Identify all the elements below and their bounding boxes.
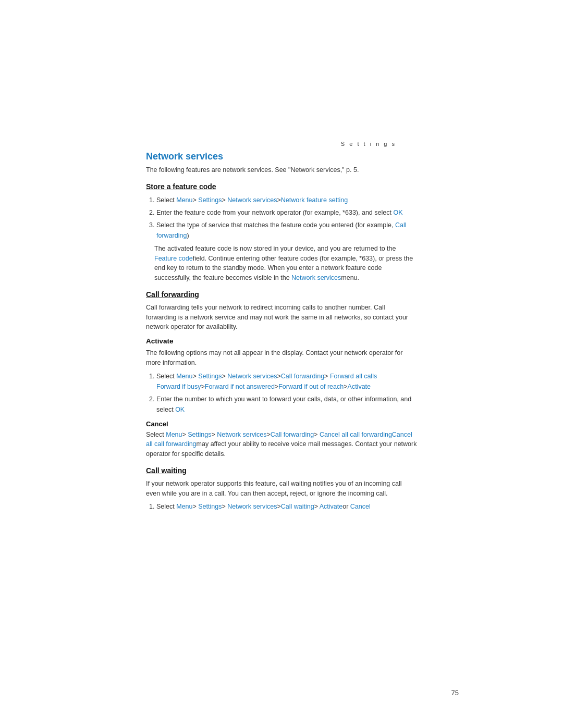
feature-code-link: Feature code xyxy=(154,255,193,262)
call-waiting-heading: Call waiting xyxy=(146,466,417,475)
network-feature-setting-link: Network feature setting xyxy=(281,196,348,204)
menu-link-4: Menu xyxy=(176,503,192,510)
settings-link-4: Settings xyxy=(198,503,222,510)
cancel-text: Select Menu> Settings> Network services>… xyxy=(146,430,417,459)
store-feature-code-list: Select Menu> Settings> Network services>… xyxy=(146,195,417,241)
store-step-3: Select the type of service that matches … xyxy=(156,220,417,241)
call-forwarding-link-3: Call forwarding xyxy=(271,431,314,438)
activate-subheading: Activate xyxy=(146,337,417,345)
store-feature-code-section: Store a feature code Select Menu> Settin… xyxy=(146,182,417,283)
settings-link-3: Settings xyxy=(188,431,211,438)
store-step-1: Select Menu> Settings> Network services>… xyxy=(156,195,417,205)
ok-link-2: OK xyxy=(175,406,185,413)
ok-link-1: OK xyxy=(393,209,402,216)
network-services-link-note: Network services xyxy=(291,274,341,281)
activate-step-2: Enter the number to which you want to fo… xyxy=(156,394,417,415)
call-waiting-list: Select Menu> Settings> Network services>… xyxy=(146,501,417,512)
activate-description: The following options may not all appear… xyxy=(146,348,417,368)
call-waiting-description: If your network operator supports this f… xyxy=(146,479,417,499)
forward-if-busy-link: Forward if busy xyxy=(156,383,201,390)
settings-label: S e t t i n g s xyxy=(341,141,396,147)
activate-link: Activate xyxy=(348,383,371,390)
cancel-cw-link: Cancel xyxy=(350,503,371,510)
page-title: Network services xyxy=(146,151,417,162)
activate-step-1: Select Menu> Settings> Network services>… xyxy=(156,371,417,392)
forward-if-out-of-reach-link: Forward if out of reach xyxy=(278,383,344,390)
cancel-subheading: Cancel xyxy=(146,420,417,428)
call-forwarding-heading: Call forwarding xyxy=(146,290,417,299)
settings-link-1: Settings xyxy=(198,196,222,204)
call-waiting-step-1: Select Menu> Settings> Network services>… xyxy=(156,501,417,512)
menu-link-1: Menu xyxy=(176,196,192,204)
call-forwarding-description: Call forwarding tells your network to re… xyxy=(146,303,417,332)
menu-link-3: Menu xyxy=(166,431,182,438)
network-services-link-1: Network services xyxy=(227,196,277,204)
header-settings: S e t t i n g s xyxy=(0,0,563,151)
page-title-block: Network services The following features … xyxy=(146,151,417,175)
page-container: S e t t i n g s Network services The fol… xyxy=(0,0,563,728)
call-forwarding-link-2: Call forwarding xyxy=(281,373,324,380)
intro-text: The following features are network servi… xyxy=(146,165,417,175)
call-waiting-link: Call waiting xyxy=(281,503,314,510)
store-step-2: Enter the feature code from your network… xyxy=(156,207,417,218)
activate-list: Select Menu> Settings> Network services>… xyxy=(146,371,417,415)
forward-if-not-answered-link: Forward if not answered xyxy=(205,383,275,390)
call-waiting-section: Call waiting If your network operator su… xyxy=(146,466,417,512)
forward-all-calls-link: Forward all calls xyxy=(330,373,377,380)
call-forwarding-section: Call forwarding Call forwarding tells yo… xyxy=(146,290,417,459)
store-feature-code-heading: Store a feature code xyxy=(146,182,417,191)
network-services-link-4: Network services xyxy=(227,503,277,510)
page-number: 75 xyxy=(451,689,459,697)
settings-link-2: Settings xyxy=(198,373,222,380)
call-forwarding-link-1: Call forwarding xyxy=(156,221,406,239)
network-services-link-3: Network services xyxy=(217,431,266,438)
menu-link-2: Menu xyxy=(176,373,192,380)
content-area: Network services The following features … xyxy=(146,151,417,512)
network-services-link-2: Network services xyxy=(227,373,277,380)
store-note: The activated feature code is now stored… xyxy=(154,244,417,283)
activate-cw-link: Activate xyxy=(320,503,342,510)
cancel-all-forwarding-link: Cancel all call forwarding xyxy=(320,431,392,438)
